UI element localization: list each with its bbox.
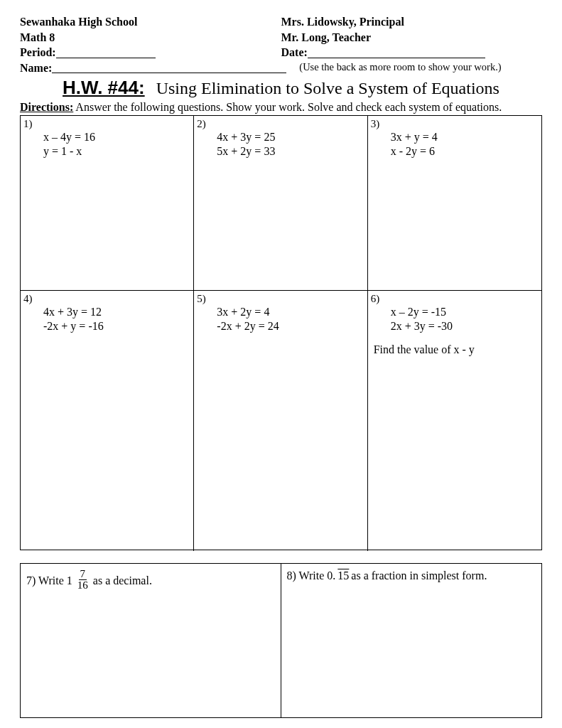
equation-line: 2x + 3y = -30 bbox=[391, 319, 539, 333]
q8-text-before: 8) Write 0. bbox=[287, 569, 336, 582]
hw-subtitle bbox=[148, 79, 156, 97]
problem-number: 5) bbox=[197, 293, 364, 305]
problem-2: 2) 4x + 3y = 25 5x + 2y = 33 bbox=[194, 116, 367, 291]
problem-number: 4) bbox=[23, 293, 190, 305]
equation-line: y = 1 - x bbox=[43, 144, 190, 159]
problem-8: 8) Write 0.15 as a fraction in simplest … bbox=[281, 564, 542, 717]
problems-grid: 1) x – 4y = 16 y = 1 - x 2) 4x + 3y = 25… bbox=[20, 115, 542, 550]
problem-3: 3) 3x + y = 4 x - 2y = 6 bbox=[368, 116, 541, 291]
problem-number: 6) bbox=[371, 293, 539, 305]
problem-extra: Find the value of x - y bbox=[374, 343, 539, 356]
name-label: Name: bbox=[20, 60, 52, 76]
worksheet-title: H.W. #44: Using Elimination to Solve a S… bbox=[20, 77, 542, 99]
directions: Directions: Answer the following questio… bbox=[20, 101, 542, 114]
principal-name: Mrs. Lidowsky, Principal bbox=[281, 14, 543, 30]
equation-line: -2x + 2y = 24 bbox=[217, 319, 364, 333]
q7-text-after: as a decimal. bbox=[93, 574, 152, 587]
q8-text-after: as a fraction in simplest form. bbox=[351, 569, 487, 582]
teacher-name: Mr. Long, Teacher bbox=[281, 30, 543, 46]
equation-line: x - 2y = 6 bbox=[391, 144, 539, 159]
problem-number: 3) bbox=[371, 118, 539, 130]
note-text: (Use the back as more room to show your … bbox=[299, 60, 501, 76]
bottom-grid: 7) Write 1 7 16 as a decimal. 8) Write 0… bbox=[20, 563, 542, 718]
problem-4: 4) 4x + 3y = 12 -2x + y = -16 bbox=[21, 291, 194, 551]
date-blank[interactable] bbox=[308, 58, 485, 58]
fraction-denominator: 16 bbox=[76, 580, 90, 591]
directions-label: Directions: bbox=[20, 101, 73, 113]
equation-line: 3x + 2y = 4 bbox=[217, 305, 364, 319]
equation-line: 5x + 2y = 33 bbox=[217, 144, 364, 159]
problem-5: 5) 3x + 2y = 4 -2x + 2y = 24 bbox=[194, 291, 367, 551]
problem-number: 2) bbox=[197, 118, 364, 130]
equation-line: 3x + y = 4 bbox=[391, 130, 539, 144]
hw-number: H.W. #44: bbox=[63, 77, 145, 98]
q7-text-before: 7) Write 1 bbox=[26, 574, 72, 587]
problem-number: 1) bbox=[23, 118, 190, 130]
school-name: Sewanhaka High School bbox=[20, 14, 137, 30]
equation-line: 4x + 3y = 25 bbox=[217, 130, 364, 144]
equation-line: x – 4y = 16 bbox=[43, 130, 190, 144]
period-blank[interactable] bbox=[56, 43, 156, 58]
equation-line: -2x + y = -16 bbox=[43, 319, 190, 333]
repeating-decimal: 15 bbox=[337, 569, 349, 582]
name-blank[interactable] bbox=[52, 58, 286, 74]
fraction-numerator: 7 bbox=[79, 569, 87, 580]
course-name: Math 8 bbox=[20, 30, 55, 46]
equation-line: 4x + 3y = 12 bbox=[43, 305, 190, 319]
equation-line: x – 2y = -15 bbox=[391, 305, 539, 319]
date-label: Date: bbox=[281, 45, 543, 60]
directions-text: Answer the following questions. Show you… bbox=[73, 101, 502, 113]
problem-6: 6) x – 2y = -15 2x + 3y = -30 Find the v… bbox=[368, 291, 541, 551]
period-label: Period: bbox=[20, 45, 56, 60]
fraction: 7 16 bbox=[76, 569, 90, 591]
problem-7: 7) Write 1 7 16 as a decimal. bbox=[21, 564, 281, 717]
problem-1: 1) x – 4y = 16 y = 1 - x bbox=[21, 116, 194, 291]
